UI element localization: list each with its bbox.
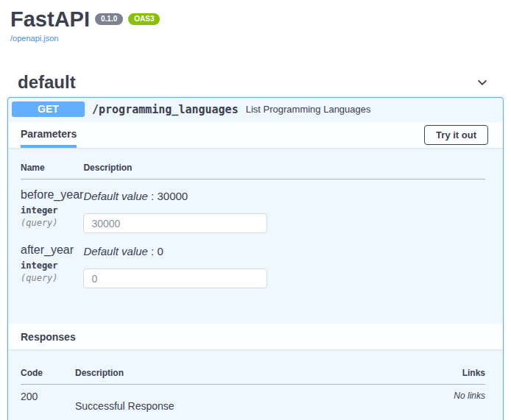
http-method-badge: GET — [12, 102, 85, 117]
column-header-name: Name — [21, 163, 83, 179]
openapi-spec-link[interactable]: /openapi.json — [10, 34, 58, 43]
response-description: Successful Response — [75, 400, 387, 412]
tag-name: default — [18, 72, 76, 93]
api-info-header: FastAPI 0.1.0 OAS3 /openapi.json — [0, 0, 511, 44]
opblock-summary[interactable]: GET /programming_languages List Programm… — [8, 98, 503, 121]
version-badge: 0.1.0 — [95, 13, 123, 25]
parameter-type: integer — [21, 260, 83, 271]
column-header-links: Links — [387, 368, 485, 385]
column-header-code: Code — [21, 368, 75, 385]
parameter-input-after-year[interactable] — [83, 268, 267, 288]
response-links: No links — [387, 391, 485, 401]
parameter-location: (query) — [21, 218, 83, 228]
column-header-description: Description — [83, 163, 485, 179]
responses-table: Code Description Links 200 Successful Re… — [21, 368, 485, 412]
responses-table-container: Code Description Links 200 Successful Re… — [8, 349, 503, 420]
try-it-out-button[interactable]: Try it out — [424, 125, 488, 145]
parameter-type: integer — [21, 205, 83, 216]
tab-parameters[interactable]: Parameters — [21, 122, 77, 148]
parameter-name: after_year — [21, 243, 83, 257]
parameter-name: before_year — [21, 188, 83, 202]
parameters-table: Name Description before_year integer (qu… — [21, 163, 485, 288]
parameters-section-header: Parameters Try it out — [8, 122, 503, 148]
opblock-get: GET /programming_languages List Programm… — [7, 97, 504, 420]
parameter-row: before_year integer (query) Default valu… — [21, 179, 485, 234]
page-title: FastAPI — [10, 7, 90, 31]
response-row: 200 Successful Response No links — [21, 385, 485, 413]
endpoint-summary: List Programming Languages — [246, 104, 371, 115]
title-row: FastAPI 0.1.0 OAS3 — [10, 7, 501, 31]
parameter-location: (query) — [21, 273, 83, 283]
responses-section-label: Responses — [21, 331, 76, 343]
parameters-table-container: Name Description before_year integer (qu… — [8, 148, 503, 322]
response-code: 200 — [21, 391, 75, 402]
column-header-description: Description — [75, 368, 387, 385]
responses-section-header: Responses — [8, 324, 503, 349]
parameter-default-text: Default value : 30000 — [83, 190, 485, 202]
chevron-down-icon — [476, 76, 489, 89]
parameter-row: after_year integer (query) Default value… — [21, 233, 485, 288]
oas-badge: OAS3 — [128, 13, 160, 25]
parameter-input-before-year[interactable] — [83, 213, 267, 233]
parameter-default-text: Default value : 0 — [83, 245, 485, 257]
endpoint-path: /programming_languages — [92, 103, 239, 116]
tag-section-default[interactable]: default — [18, 72, 489, 93]
